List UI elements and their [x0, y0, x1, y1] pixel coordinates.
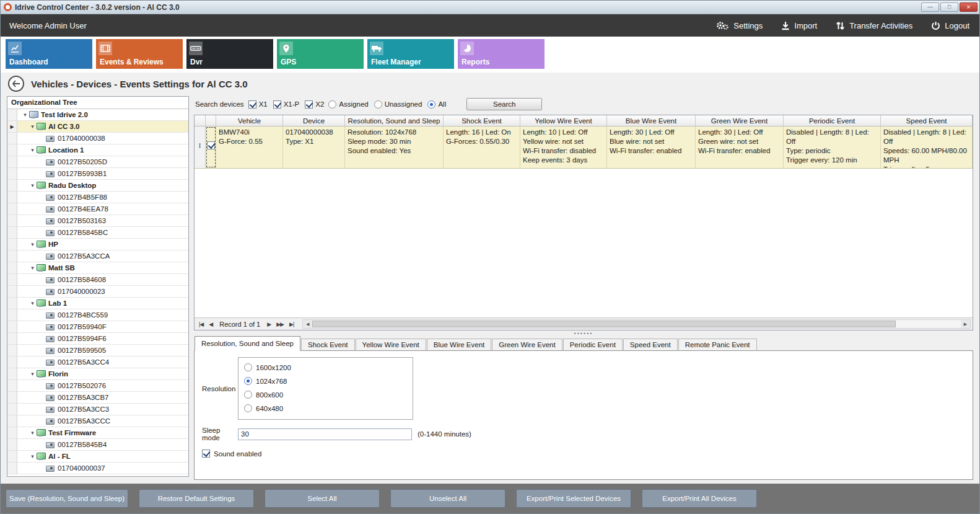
tab-speed-event[interactable]: Speed Event [623, 339, 678, 351]
tab-shock-event[interactable]: Shock Event [301, 339, 355, 351]
tree-item-00127b5a3cc4[interactable]: 00127B5A3CC4 [7, 357, 188, 368]
next-page-button[interactable]: ▶▶ [274, 321, 286, 327]
tree-expander-icon[interactable]: ▾ [28, 454, 37, 459]
tree-item-00127b4bc559[interactable]: 00127B4BC559 [7, 309, 188, 321]
tab-resolution-sound-and-sleep[interactable]: Resolution, Sound and Sleep [195, 336, 300, 351]
export-print-all-devices-button[interactable]: Export/Print All Devices [642, 489, 757, 508]
tree-item-00127b5a3cc3[interactable]: 00127B5A3CC3 [7, 404, 188, 415]
tab-periodic-event[interactable]: Periodic Event [563, 339, 623, 351]
tree-item-00127b5a3cb7[interactable]: 00127B5A3CB7 [7, 392, 188, 404]
last-record-button[interactable]: ▶| [287, 321, 295, 327]
tree-item-00127b5993b1[interactable]: 00127B5993B1 [7, 168, 188, 180]
sound-enabled-checkbox[interactable] [202, 450, 210, 458]
resolution-option-800x600[interactable]: 800x600 [244, 391, 413, 399]
tree-expander-icon[interactable]: ▾ [28, 124, 37, 130]
tree-expander-icon[interactable]: ▾ [28, 430, 37, 436]
prev-page-button[interactable]: ◀ [207, 321, 214, 327]
radio-assigned[interactable] [328, 100, 336, 109]
row-select-checkbox[interactable] [207, 141, 215, 149]
tree-item-test-idrive-2-0[interactable]: ▾Test Idrive 2.0 [7, 109, 188, 121]
select-all-button[interactable]: Select All [265, 489, 380, 508]
tree-item-017040000038[interactable]: 017040000038 [7, 133, 188, 144]
nav-tile-fleet-manager[interactable]: Fleet Manager [367, 39, 454, 69]
next-record-button[interactable]: ▶ [265, 321, 273, 327]
tree-item-00127b50205d[interactable]: 00127B50205D [7, 156, 188, 168]
tree-item-00127b502076[interactable]: 00127B502076 [7, 380, 188, 392]
topbar-action-import[interactable]: Import [781, 21, 817, 30]
tab-blue-wire-event[interactable]: Blue Wire Event [427, 339, 491, 351]
tree-item-017040000037[interactable]: 017040000037 [7, 463, 188, 474]
tree-expander-icon[interactable]: ▾ [21, 112, 29, 118]
tree-item-al-cc-3-0[interactable]: ▶▾Al CC 3.0 [7, 121, 188, 133]
nav-tile-dvr[interactable]: Dvr [186, 39, 273, 69]
tree-expander-icon[interactable]: ▾ [28, 148, 37, 153]
filter-assigned[interactable]: Assigned [328, 100, 368, 109]
resolution-radio[interactable] [244, 363, 252, 371]
scroll-left-icon[interactable]: ◀ [303, 320, 312, 328]
tree-item-00127b4eea78[interactable]: 00127B4EEA78 [7, 203, 188, 215]
tab-yellow-wire-event[interactable]: Yellow Wire Event [356, 339, 426, 351]
tree-item-00127b5a3cca[interactable]: 00127B5A3CCA [7, 250, 188, 262]
first-record-button[interactable]: |◀ [197, 321, 205, 327]
grid-horizontal-scrollbar[interactable]: ◀ ▶ [302, 319, 971, 329]
nav-tile-gps[interactable]: GPS [277, 39, 364, 69]
tree-item-florin[interactable]: ▾Florin [7, 368, 188, 380]
nav-tile-dashboard[interactable]: Dashboard [6, 39, 92, 69]
save-resolution-sound-and-sleep-button[interactable]: Save (Resolution, Sound and Sleep) [6, 489, 128, 508]
resolution-radio[interactable] [244, 404, 252, 412]
resolution-radio[interactable] [244, 377, 252, 385]
tree-expander-icon[interactable]: ▾ [28, 301, 37, 306]
tree-item-matt-sb[interactable]: ▾Matt SB [7, 262, 188, 274]
tab-remote-panic-event[interactable]: Remote Panic Event [678, 339, 757, 351]
sleep-mode-input[interactable] [238, 428, 412, 440]
resolution-radio[interactable] [244, 391, 252, 399]
nav-tile-events-reviews[interactable]: Events & Reviews [96, 39, 183, 69]
tree-expander-icon[interactable]: ▾ [28, 265, 37, 271]
scrollbar-track[interactable] [312, 320, 961, 328]
restore-default-settings-button[interactable]: Restore Default Settings [139, 489, 254, 508]
radio-unassigned[interactable] [374, 100, 382, 109]
tree-item-017040000023[interactable]: 017040000023 [7, 286, 188, 298]
tree-item-00127b584608[interactable]: 00127B584608 [7, 274, 188, 286]
tree-item-00127b5845b4[interactable]: 00127B5845B4 [7, 439, 188, 451]
tree-item-00127b5a3ccc[interactable]: 00127B5A3CCC [7, 415, 188, 427]
tree-expander-icon[interactable]: ▾ [28, 183, 37, 188]
filter-unassigned[interactable]: Unassigned [374, 100, 422, 109]
tree-item-test-firmware[interactable]: ▾Test Firmware [7, 427, 188, 439]
filter-x2[interactable]: X2 [305, 100, 324, 109]
minimize-button[interactable]: — [921, 2, 939, 12]
tree-item-location-1[interactable]: ▾Location 1 [7, 144, 188, 156]
row-select-cell[interactable] [206, 126, 216, 168]
filter-x1-p[interactable]: X1-P [273, 100, 300, 109]
device-grid-row[interactable]: IBMW740i G-Force: 0.55017040000038 Type:… [195, 126, 973, 169]
tree-item-00127b59940f[interactable]: 00127B59940F [7, 321, 188, 333]
nav-tile-reports[interactable]: Reports [458, 39, 545, 69]
checkbox-x1[interactable] [248, 100, 256, 109]
close-button[interactable]: × [960, 2, 978, 12]
topbar-action-settings[interactable]: Settings [715, 20, 763, 30]
tree-item-hp[interactable]: ▾HP [7, 239, 188, 250]
panel-splitter[interactable]: •••••• [194, 330, 973, 336]
export-print-selected-devices-button[interactable]: Export/Print Selected Devices [516, 489, 631, 508]
tab-green-wire-event[interactable]: Green Wire Event [492, 339, 562, 351]
tree-expander-icon[interactable]: ▾ [28, 242, 37, 247]
tree-item-lab-1[interactable]: ▾Lab 1 [7, 298, 188, 309]
search-button[interactable]: Search [466, 98, 542, 110]
maximize-button[interactable]: □ [940, 2, 958, 12]
tree-item-00127b599505[interactable]: 00127B599505 [7, 345, 188, 357]
tree-expander-icon[interactable]: ▾ [28, 371, 37, 377]
topbar-action-transfer-activities[interactable]: Transfer Activities [836, 21, 912, 30]
unselect-all-button[interactable]: Unselect All [390, 489, 505, 508]
tree-item-00127b5845bc[interactable]: 00127B5845BC [7, 227, 188, 239]
tree-item-00127b503163[interactable]: 00127B503163 [7, 215, 188, 227]
tree-item-al-fl[interactable]: ▾Al - FL [7, 451, 188, 463]
back-button[interactable] [8, 76, 24, 92]
resolution-option-1024x768[interactable]: 1024x768 [244, 377, 413, 385]
resolution-option-640x480[interactable]: 640x480 [244, 404, 413, 412]
topbar-action-logout[interactable]: Logout [931, 21, 969, 30]
scrollbar-thumb[interactable] [312, 321, 896, 327]
filter-x1[interactable]: X1 [248, 100, 268, 109]
checkbox-x1-p[interactable] [273, 100, 281, 109]
scroll-right-icon[interactable]: ▶ [961, 320, 970, 328]
tree-item-radu-desktop[interactable]: ▾Radu Desktop [7, 180, 188, 192]
